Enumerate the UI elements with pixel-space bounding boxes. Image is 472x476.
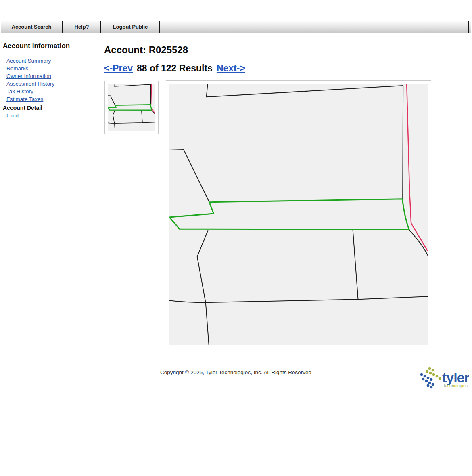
sidebar-item-account-summary[interactable]: Account Summary xyxy=(6,57,101,65)
copyright-text: Copyright © 2025, Tyler Technologies, In… xyxy=(160,369,311,376)
sidebar-item-land[interactable]: Land xyxy=(6,112,101,120)
navbar-endcap xyxy=(469,21,471,33)
parcel-map[interactable] xyxy=(166,80,431,348)
tyler-logo-dots-mark xyxy=(420,367,441,389)
sidebar-links: Account Summary Remarks Owner Informatio… xyxy=(3,57,101,103)
prev-link[interactable]: <-Prev xyxy=(104,63,133,74)
sidebar: Account Information Account Summary Rema… xyxy=(3,42,101,120)
tyler-logo-image: tyler technologies xyxy=(420,366,469,389)
top-navbar: Account Search Help? Logout Public xyxy=(1,21,471,33)
map-thumbnail[interactable] xyxy=(104,81,159,134)
map-thumbnail-image xyxy=(108,84,155,131)
sidebar-detail-links: Land xyxy=(3,112,101,120)
tyler-technologies-logo: tyler technologies xyxy=(420,366,469,389)
sidebar-item-remarks[interactable]: Remarks xyxy=(6,65,101,72)
next-link[interactable]: Next-> xyxy=(217,63,245,74)
sidebar-item-estimate-taxes[interactable]: Estimate Taxes xyxy=(6,95,101,103)
results-position-text: 88 of 122 Results xyxy=(137,63,213,74)
results-pager: <-Prev 88 of 122 Results Next-> xyxy=(104,63,245,74)
logout-public-button[interactable]: Logout Public xyxy=(101,21,160,33)
sidebar-section-account-detail: Account Detail xyxy=(3,104,101,112)
tyler-logo-tagline: technologies xyxy=(444,383,468,388)
sidebar-item-owner-information[interactable]: Owner Information xyxy=(6,72,101,80)
parcel-map-image xyxy=(169,84,428,345)
sidebar-item-assessment-history[interactable]: Assessment History xyxy=(6,80,101,88)
sidebar-item-tax-history[interactable]: Tax History xyxy=(6,88,101,95)
navbar-spacer xyxy=(160,21,469,33)
help-button[interactable]: Help? xyxy=(63,21,101,33)
account-search-button[interactable]: Account Search xyxy=(1,21,63,33)
page-title: Account: R025528 xyxy=(104,44,188,56)
sidebar-section-account-information: Account Information xyxy=(3,42,101,50)
